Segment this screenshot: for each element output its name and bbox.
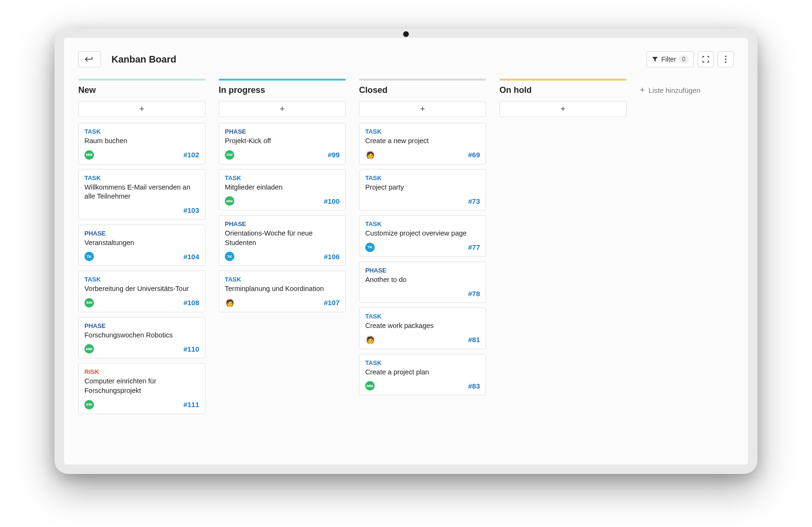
page-title: Kanban Board <box>111 54 176 65</box>
card-footer: 🧑#69 <box>365 150 480 160</box>
avatar: 🧑 <box>365 150 375 160</box>
kanban-card[interactable]: PHASEOrientations-Woche für neue Student… <box>219 215 346 266</box>
card-id: #78 <box>468 290 480 298</box>
kanban-card[interactable]: TASKProject party#73 <box>359 169 486 211</box>
kanban-card[interactable]: TASKCustomize project overview pageTK#77 <box>359 215 486 257</box>
add-card-button[interactable]: + <box>219 101 346 117</box>
column-bar <box>499 79 627 81</box>
back-button[interactable] <box>78 51 101 67</box>
kanban-card[interactable]: TASKCreate a new project🧑#69 <box>359 123 486 164</box>
card-avatar-slot: MM <box>84 344 94 354</box>
topbar-right: Filter 0 <box>646 51 734 67</box>
avatar: MM <box>84 344 94 354</box>
kanban-card[interactable]: TASKCreate a project planMM#83 <box>359 354 486 396</box>
kanban-column: New+TASKRaum buchenMM#102TASKWillkommens… <box>78 79 205 419</box>
column-title: New <box>78 85 205 95</box>
card-avatar-slot: SW <box>84 298 94 308</box>
card-title: Customize project overview page <box>365 229 480 238</box>
card-title: Another to do <box>365 275 480 285</box>
filter-button[interactable]: Filter 0 <box>646 51 694 67</box>
card-title: Computer einrichten für Forschungsprojek… <box>84 377 199 395</box>
card-avatar-slot: 🧑 <box>365 150 375 160</box>
kanban-board: New+TASKRaum buchenMM#102TASKWillkommens… <box>78 79 734 419</box>
column-title: On hold <box>499 85 627 95</box>
kanban-card[interactable]: PHASEProjekt-Kick offSW#99 <box>219 123 346 164</box>
card-title: Orientations-Woche für neue Studenten <box>225 229 340 247</box>
card-title: Create a new project <box>365 136 480 146</box>
more-menu-button[interactable] <box>718 51 734 67</box>
kanban-card[interactable]: TASKCreate work packages🧑#81 <box>359 308 486 349</box>
add-card-button[interactable]: + <box>78 101 205 117</box>
column-bar <box>78 79 205 81</box>
kanban-card[interactable]: TASKVorbereitung der Universitäts-TourSW… <box>78 271 205 312</box>
kanban-card[interactable]: TASKTerminplanung und Koordination🧑#107 <box>219 271 346 312</box>
kanban-card[interactable]: TASKRaum buchenMM#102 <box>78 123 205 164</box>
card-avatar-slot: TK <box>365 243 375 252</box>
card-title: Project party <box>365 183 480 192</box>
card-id: #111 <box>184 400 199 409</box>
card-id: #104 <box>184 253 199 261</box>
card-type: PHASE <box>365 267 480 274</box>
card-title: Mitglieder einladen <box>225 183 340 192</box>
card-title: Projekt-Kick off <box>225 136 340 146</box>
fullscreen-button[interactable] <box>698 51 714 67</box>
more-vertical-icon <box>725 55 727 63</box>
avatar: MM <box>225 196 234 206</box>
add-list-button[interactable]: +Liste hinzufügen <box>640 79 701 95</box>
kanban-card[interactable]: PHASEVeranstaltungenTK#104 <box>78 225 205 266</box>
card-id: #73 <box>468 197 480 205</box>
card-id: #110 <box>184 345 199 353</box>
card-id: #69 <box>468 151 480 159</box>
card-id: #108 <box>184 299 199 307</box>
avatar: MM <box>365 381 375 391</box>
card-avatar-slot: MM <box>84 150 94 160</box>
card-type: RISK <box>84 368 199 375</box>
add-card-button[interactable]: + <box>359 101 486 117</box>
filter-label: Filter <box>661 55 676 63</box>
column-title: In progress <box>219 85 346 95</box>
avatar: 🧑 <box>365 335 375 345</box>
card-footer: SW#108 <box>84 298 199 308</box>
card-title: Terminplanung und Koordination <box>225 284 340 294</box>
svg-point-1 <box>725 58 726 60</box>
card-title: Forschungswochen Robotics <box>84 331 199 340</box>
card-avatar-slot: TK <box>225 252 234 261</box>
card-footer: SW#99 <box>225 150 340 160</box>
kanban-card[interactable]: RISKComputer einrichten für Forschungspr… <box>78 363 205 414</box>
kanban-card[interactable]: PHASEForschungswochen RoboticsMM#110 <box>78 317 205 359</box>
card-type: TASK <box>365 174 480 182</box>
kanban-card[interactable]: TASKMitglieder einladenMM#100 <box>219 169 346 211</box>
card-type: TASK <box>84 276 199 283</box>
card-title: Create work packages <box>365 321 480 331</box>
plus-icon: + <box>280 104 285 114</box>
card-id: #83 <box>468 382 480 390</box>
expand-icon <box>702 56 709 63</box>
app-screen: Kanban Board Filter 0 <box>64 38 748 464</box>
kanban-card[interactable]: PHASEAnother to do#78 <box>359 262 486 303</box>
filter-count: 0 <box>679 55 689 63</box>
card-footer: TK#106 <box>225 251 340 262</box>
plus-icon: + <box>139 104 145 114</box>
card-type: TASK <box>365 220 480 227</box>
column-bar <box>359 79 486 81</box>
card-avatar-slot: TK <box>84 252 94 261</box>
avatar: SW <box>225 150 234 160</box>
card-type: PHASE <box>225 220 340 227</box>
card-type: TASK <box>84 174 199 182</box>
card-title: Raum buchen <box>84 136 199 146</box>
kanban-card[interactable]: TASKWillkommens E-Mail versenden an alle… <box>78 169 205 220</box>
plus-icon: + <box>640 85 645 95</box>
avatar: TK <box>225 252 234 261</box>
card-id: #103 <box>184 206 199 214</box>
avatar: TK <box>365 243 375 252</box>
svg-point-0 <box>725 55 726 57</box>
card-type: TASK <box>365 313 480 320</box>
card-avatar-slot: SW <box>84 400 94 409</box>
card-avatar-slot: MM <box>365 381 375 391</box>
card-footer: 🧑#107 <box>225 298 340 308</box>
card-avatar-slot: MM <box>225 196 234 206</box>
card-id: #102 <box>184 151 199 159</box>
column-title: Closed <box>359 85 486 95</box>
card-id: #100 <box>324 197 340 205</box>
add-card-button[interactable]: + <box>499 101 627 117</box>
